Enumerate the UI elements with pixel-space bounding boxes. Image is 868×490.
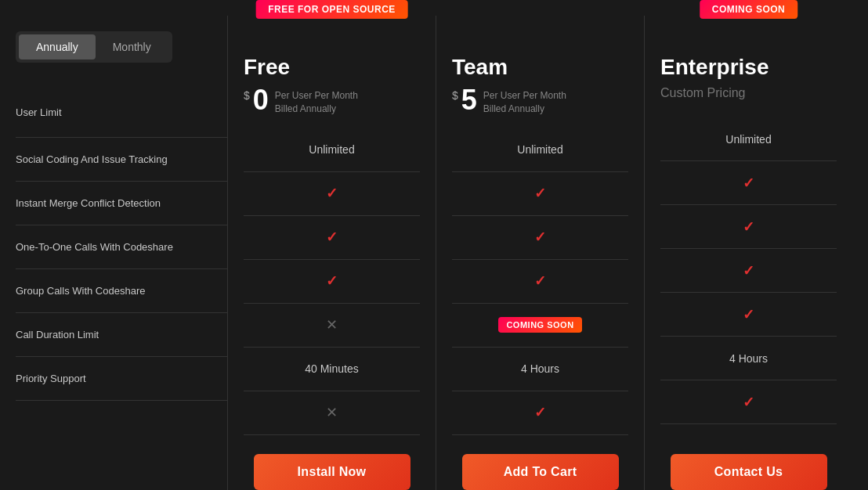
coming-soon-badge: COMING SOON xyxy=(498,317,581,333)
action-button-enterprise[interactable]: Contact Us xyxy=(671,454,827,490)
check-icon: ✓ xyxy=(743,394,754,411)
plan-action-free: Install Now xyxy=(244,435,420,490)
plan-cell-team-1: ✓ xyxy=(452,172,628,216)
sidebar: Annually Monthly User LimitSocial Coding… xyxy=(16,16,227,490)
check-icon: ✓ xyxy=(534,229,546,246)
action-button-team[interactable]: Add To Cart xyxy=(462,454,619,490)
badge-row-team xyxy=(452,16,628,39)
check-icon: ✓ xyxy=(534,404,546,421)
plan-cell-enterprise-2: ✓ xyxy=(660,205,837,249)
price-detail-free: Per User Per MonthBilled Annually xyxy=(275,89,358,116)
price-detail-team: Per User Per MonthBilled Annually xyxy=(483,89,566,116)
plan-cell-enterprise-4: ✓ xyxy=(660,293,837,337)
check-icon: ✓ xyxy=(326,185,338,202)
plan-cell-enterprise-3: ✓ xyxy=(660,249,837,293)
x-icon: ✕ xyxy=(326,404,338,421)
plan-cell-team-6: ✓ xyxy=(452,391,628,435)
plan-features-free: Unlimited✓✓✓✕40 Minutes✕ xyxy=(244,128,420,435)
feature-row-4: Group Calls With Codeshare xyxy=(16,269,227,313)
plan-price-free: $0Per User Per MonthBilled Annually xyxy=(244,86,420,116)
x-icon: ✕ xyxy=(326,316,338,333)
plan-custom-pricing-enterprise: Custom Pricing xyxy=(660,86,837,100)
price-amount-free: 0 xyxy=(253,86,269,114)
plan-cell-team-0: Unlimited xyxy=(452,128,628,172)
feature-list: User LimitSocial Coding And Issue Tracki… xyxy=(16,94,227,401)
billing-toggle[interactable]: Annually Monthly xyxy=(16,31,172,63)
plan-features-team: Unlimited✓✓✓COMING SOON4 Hours✓ xyxy=(452,128,628,435)
plan-cell-enterprise-6: ✓ xyxy=(660,380,837,424)
feature-row-1: Social Coding And Issue Tracking xyxy=(16,138,227,182)
feature-row-3: One-To-One Calls With Codeshare xyxy=(16,225,227,269)
check-icon: ✓ xyxy=(743,306,754,323)
plan-cell-free-3: ✓ xyxy=(244,260,420,304)
plan-cell-team-5: 4 Hours xyxy=(452,348,628,391)
check-icon: ✓ xyxy=(743,175,754,192)
plan-cell-team-2: ✓ xyxy=(452,216,628,260)
plan-cell-free-2: ✓ xyxy=(244,216,420,260)
badge-row-enterprise: COMING SOON xyxy=(660,16,837,39)
plan-col-enterprise: COMING SOONEnterpriseCustom PricingUnlim… xyxy=(644,16,852,490)
check-icon: ✓ xyxy=(326,272,338,290)
price-amount-team: 5 xyxy=(461,86,477,114)
plan-features-enterprise: Unlimited✓✓✓✓4 Hours✓ xyxy=(660,117,837,435)
pricing-page: Annually Monthly User LimitSocial Coding… xyxy=(0,0,868,490)
feature-row-5: Call Duration Limit xyxy=(16,313,227,357)
plan-action-team: Add To Cart xyxy=(452,435,628,490)
plan-cell-enterprise-0: Unlimited xyxy=(660,117,837,161)
monthly-button[interactable]: Monthly xyxy=(96,34,168,59)
check-icon: ✓ xyxy=(534,272,546,290)
plan-price-team: $5Per User Per MonthBilled Annually xyxy=(452,86,628,116)
plan-cell-team-3: ✓ xyxy=(452,260,628,304)
feature-row-2: Instant Merge Conflict Detection xyxy=(16,182,227,225)
plan-cell-free-6: ✕ xyxy=(244,391,420,435)
check-icon: ✓ xyxy=(743,218,754,236)
action-button-free[interactable]: Install Now xyxy=(254,454,410,490)
plan-cell-free-4: ✕ xyxy=(244,304,420,348)
plan-col-free: FREE FOR OPEN SOURCEFree$0Per User Per M… xyxy=(227,16,436,490)
plan-cell-enterprise-5: 4 Hours xyxy=(660,337,837,380)
price-symbol-free: $ xyxy=(244,89,250,102)
plan-header-enterprise: EnterpriseCustom Pricing xyxy=(660,39,837,117)
price-symbol-team: $ xyxy=(452,89,458,102)
plan-badge-enterprise: COMING SOON xyxy=(700,0,798,19)
plan-cell-team-4: COMING SOON xyxy=(452,304,628,348)
plan-cell-free-0: Unlimited xyxy=(244,128,420,172)
check-icon: ✓ xyxy=(743,262,754,279)
plan-col-team: Team$5Per User Per MonthBilled AnnuallyU… xyxy=(436,16,644,490)
plan-name-free: Free xyxy=(244,55,420,80)
feature-row-0: User Limit xyxy=(16,94,227,138)
check-icon: ✓ xyxy=(534,185,546,202)
plan-name-enterprise: Enterprise xyxy=(660,55,837,80)
plan-badge-free: FREE FOR OPEN SOURCE xyxy=(255,0,408,19)
check-icon: ✓ xyxy=(326,229,338,246)
plan-name-team: Team xyxy=(452,55,628,80)
plan-header-free: Free$0Per User Per MonthBilled Annually xyxy=(244,39,420,128)
plan-cell-enterprise-1: ✓ xyxy=(660,161,837,205)
plan-action-enterprise: Contact Us xyxy=(660,435,837,490)
badge-row-free: FREE FOR OPEN SOURCE xyxy=(244,16,420,39)
plan-cell-free-1: ✓ xyxy=(244,172,420,216)
annually-button[interactable]: Annually xyxy=(19,34,96,59)
plan-header-team: Team$5Per User Per MonthBilled Annually xyxy=(452,39,628,128)
plan-cell-free-5: 40 Minutes xyxy=(244,348,420,391)
feature-row-6: Priority Support xyxy=(16,357,227,401)
plans-area: FREE FOR OPEN SOURCEFree$0Per User Per M… xyxy=(227,16,852,490)
